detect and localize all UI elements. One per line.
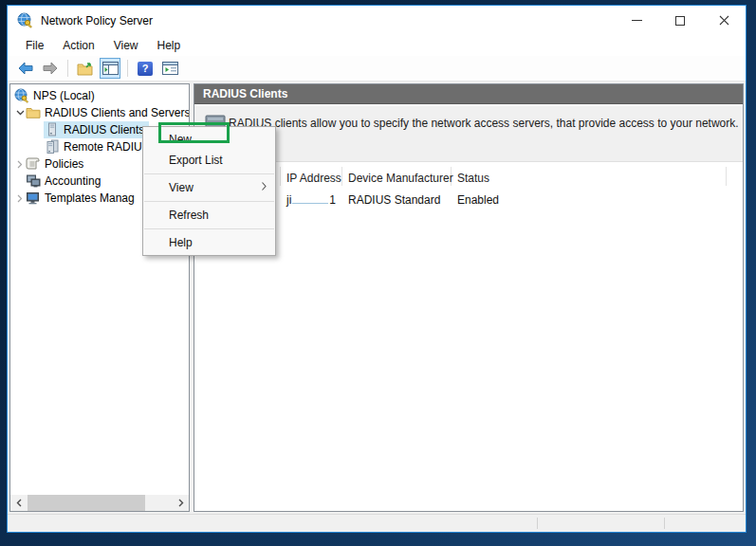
tree-label: Templates Manag xyxy=(45,191,137,205)
column-header-device-manufacturer[interactable]: Device Manufacturer xyxy=(348,172,453,185)
computer-blue-icon xyxy=(26,191,41,206)
context-menu-item-refresh[interactable]: Refresh xyxy=(143,205,275,226)
action-pane-icon xyxy=(162,62,178,75)
computers-icon xyxy=(26,173,41,189)
tree-label: Accounting xyxy=(45,174,102,188)
cell-status[interactable]: Enabled xyxy=(457,193,499,207)
column-separator[interactable] xyxy=(341,167,342,186)
folder-export-icon xyxy=(77,62,94,76)
status-bar-separator xyxy=(664,518,665,529)
nps-app-icon xyxy=(17,12,33,28)
tree-selection-highlight: RADIUS Clients xyxy=(44,121,149,138)
context-menu-separator xyxy=(144,228,274,229)
context-menu-item-view[interactable]: View xyxy=(143,177,275,198)
tree-label: Remote RADIU xyxy=(64,140,144,154)
ip-prefix: ji xyxy=(286,193,291,207)
toolbar-separator xyxy=(67,60,68,77)
column-header-status[interactable]: Status xyxy=(457,172,489,185)
menu-file[interactable]: File xyxy=(16,36,53,56)
results-pane: RADIUS Clients RADIUS clients allow you … xyxy=(194,83,744,512)
status-bar xyxy=(8,514,746,532)
title-bar: Network Policy Server xyxy=(8,6,746,35)
clients-list: IP Address Device Manufacturer Status ji… xyxy=(194,162,743,511)
column-separator[interactable] xyxy=(726,167,727,186)
app-window: Network Policy Server File Action View H… xyxy=(7,5,747,533)
nps-globe-key-icon xyxy=(14,88,29,103)
tree-horizontal-scrollbar[interactable] xyxy=(10,495,189,511)
context-menu-separator xyxy=(144,173,274,174)
back-button[interactable] xyxy=(15,58,36,79)
minimize-button[interactable] xyxy=(615,6,658,35)
main-area: NPS (Local) RADIUS Clients and Servers xyxy=(8,82,746,514)
menu-view[interactable]: View xyxy=(104,36,148,56)
scroll-left-button[interactable] xyxy=(10,495,27,511)
tree-label: Policies xyxy=(45,157,85,171)
help-button[interactable]: ? xyxy=(135,58,156,79)
toolbar: ? xyxy=(8,56,746,82)
description-text: RADIUS clients allow you to specify the … xyxy=(229,117,739,130)
close-icon xyxy=(719,15,729,26)
chevron-collapsed-icon[interactable] xyxy=(14,194,26,203)
scroll-left-arrow-icon xyxy=(16,499,22,507)
maximize-icon xyxy=(675,16,685,26)
chevron-collapsed-icon[interactable] xyxy=(14,160,26,169)
forward-button[interactable] xyxy=(40,58,61,79)
window-controls xyxy=(615,6,746,35)
minimize-icon xyxy=(632,20,642,21)
tree-label: RADIUS Clients xyxy=(64,123,146,136)
tree-item-radius-clients-and-servers[interactable]: RADIUS Clients and Servers xyxy=(10,104,189,121)
help-icon: ? xyxy=(138,62,153,76)
tree-label: NPS (Local) xyxy=(33,89,97,102)
scroll-right-button[interactable] xyxy=(173,495,189,511)
back-arrow-icon xyxy=(18,62,33,75)
context-menu: New Export List View Refresh Help xyxy=(142,126,276,256)
new-window-button[interactable] xyxy=(159,58,180,79)
ip-suffix: 1 xyxy=(329,193,336,207)
status-bar-separator xyxy=(537,518,538,529)
column-separator[interactable] xyxy=(280,167,281,186)
submenu-arrow-icon xyxy=(262,182,267,191)
scroll-right-arrow-icon xyxy=(178,499,184,507)
description-band: RADIUS clients allow you to specify the … xyxy=(194,106,743,162)
context-menu-item-help[interactable]: Help xyxy=(143,232,275,253)
cell-ip-address[interactable]: ji1 xyxy=(286,193,336,207)
context-menu-separator xyxy=(144,201,274,202)
scroll-icon xyxy=(26,156,41,172)
cell-device-manufacturer[interactable]: RADIUS Standard xyxy=(348,193,440,207)
menu-action[interactable]: Action xyxy=(53,36,103,56)
console-tree-icon xyxy=(102,62,119,75)
desktop: { "window": { "title": "Network Policy S… xyxy=(0,0,756,546)
context-menu-item-label: View xyxy=(169,181,194,194)
window-title: Network Policy Server xyxy=(41,14,153,27)
maximize-button[interactable] xyxy=(658,6,702,35)
folder-icon xyxy=(26,105,41,120)
menu-bar: File Action View Help xyxy=(8,35,746,56)
tree-label: RADIUS Clients and Servers xyxy=(45,106,189,119)
close-button[interactable] xyxy=(702,6,746,35)
server-icon xyxy=(45,122,60,137)
results-pane-header: RADIUS Clients xyxy=(194,84,743,104)
ip-redacted-segment xyxy=(292,193,328,204)
show-hide-console-tree-button[interactable] xyxy=(100,58,120,79)
toolbar-separator xyxy=(127,60,128,77)
scrollbar-thumb[interactable] xyxy=(28,495,145,511)
column-header-ip-address[interactable]: IP Address xyxy=(286,172,341,185)
export-list-button[interactable] xyxy=(75,58,96,79)
forward-arrow-icon xyxy=(43,62,58,75)
results-pane-title: RADIUS Clients xyxy=(203,87,287,100)
annotation-highlight-box xyxy=(158,122,230,143)
context-menu-item-export-list[interactable]: Export List xyxy=(143,150,275,171)
menu-help[interactable]: Help xyxy=(148,36,191,56)
chevron-expanded-icon[interactable] xyxy=(14,110,26,116)
server-group-icon xyxy=(45,139,60,155)
tree-item-nps-local[interactable]: NPS (Local) xyxy=(10,87,189,104)
